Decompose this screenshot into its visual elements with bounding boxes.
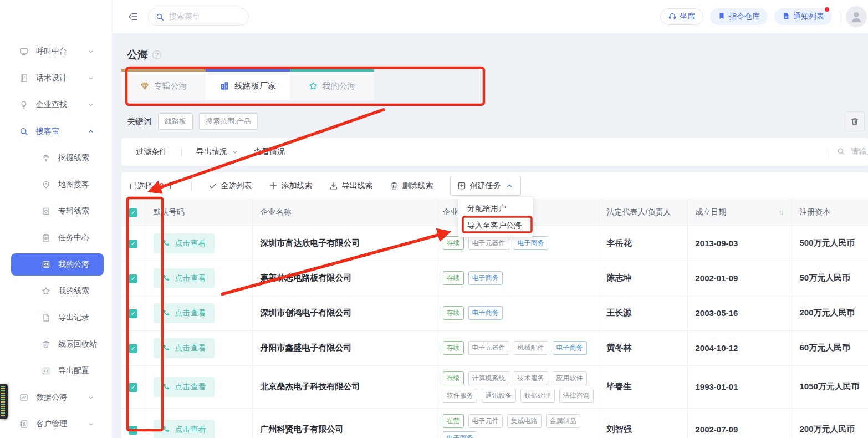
- export-leads-button[interactable]: 导出线索: [329, 181, 373, 191]
- action-label: 创建任务: [470, 181, 501, 191]
- category-tag: 通讯设备: [482, 389, 516, 403]
- menu-search-input[interactable]: 搜索菜单: [148, 8, 249, 26]
- diamond-icon: [140, 82, 149, 90]
- legal-rep-cell: 王长源: [599, 296, 687, 330]
- company-search-input[interactable]: 请输入企: [829, 138, 868, 166]
- chevron-down-icon: [86, 47, 96, 57]
- sidebar-item-album-leads[interactable]: 专辑线索: [0, 198, 112, 225]
- company-name[interactable]: 深圳市创鸿电子有限公司: [261, 308, 352, 317]
- founded-date-cell: 2013-09-03: [687, 226, 792, 261]
- tab-pcb-vendor[interactable]: 线路板厂家: [206, 69, 290, 100]
- view-phone-button[interactable]: 点击查看: [154, 420, 215, 438]
- add-leads-button[interactable]: 添加线索: [269, 181, 313, 191]
- agent-button[interactable]: 坐席: [660, 8, 703, 25]
- row-checkbox[interactable]: [129, 383, 137, 392]
- sidebar-item-recycle-bin[interactable]: 线索回收站: [0, 331, 112, 358]
- company-tags-cell: 存续电子商务: [438, 261, 599, 296]
- tab-my-pool[interactable]: 我的公海: [290, 69, 374, 100]
- category-tag: 电子商务: [468, 271, 503, 285]
- sidebar-item-soukebao[interactable]: 搜客宝: [0, 118, 112, 145]
- tab-album-pool[interactable]: 专辑公海: [121, 69, 206, 100]
- table-row: 点击查看丹阳市鑫盛电子有限公司存续电子元器件机械配件电子商务黄冬林2004-10…: [121, 330, 868, 365]
- sidebar-item-script-design[interactable]: 话术设计: [0, 65, 112, 91]
- row-checkbox[interactable]: [129, 344, 137, 353]
- tab-label: 专辑公海: [154, 81, 187, 91]
- company-name-cell: 北京桑杰电子科技有限公司: [252, 365, 438, 408]
- user-avatar[interactable]: [846, 6, 867, 27]
- sidebar-item-map-search[interactable]: 地图搜客: [0, 171, 112, 198]
- sidebar-item-export-records[interactable]: 导出记录: [0, 304, 112, 331]
- clipboard-icon: [41, 233, 51, 243]
- star-icon: [41, 286, 51, 296]
- sidebar-item-my-leads[interactable]: 我的线索: [0, 278, 112, 304]
- legal-rep-cell: 毕春生: [599, 365, 687, 408]
- filter-view-status[interactable]: 查看情况: [254, 147, 285, 157]
- company-name[interactable]: 嘉善林志电路板有限公司: [261, 273, 352, 282]
- view-phone-button[interactable]: 点击查看: [154, 303, 215, 323]
- row-checkbox[interactable]: [129, 240, 137, 248]
- phone-cell: 点击查看: [145, 330, 252, 365]
- legal-rep-cell: 陈志坤: [599, 261, 687, 296]
- table-header-cell: 企业名称: [252, 199, 438, 226]
- company-name[interactable]: 北京桑杰电子科技有限公司: [261, 381, 360, 391]
- collapse-sidebar-icon[interactable]: [128, 12, 138, 22]
- keyword-tag[interactable]: 搜索范围:产品: [199, 113, 258, 130]
- company-name-cell: 深圳市创鸿电子有限公司: [252, 296, 438, 330]
- command-store-button[interactable]: 指令仓库: [710, 8, 768, 25]
- topbar-divider: [839, 11, 839, 23]
- building-icon: [219, 81, 229, 91]
- select-all-button[interactable]: 全选列表: [208, 181, 252, 191]
- company-name[interactable]: 深圳市富达欣电子有限公司: [261, 238, 360, 247]
- create-task-button[interactable]: 创建任务: [450, 176, 521, 196]
- view-phone-button[interactable]: 点击查看: [154, 233, 215, 253]
- menu-item-import-to-customer-pool[interactable]: 导入至客户公海: [458, 217, 533, 234]
- view-phone-button[interactable]: 点击查看: [154, 377, 215, 397]
- keyword-tag[interactable]: 线路板: [158, 113, 193, 130]
- select-all-checkbox[interactable]: [129, 208, 137, 217]
- sidebar-item-label: 地图搜客: [58, 180, 89, 190]
- view-phone-button[interactable]: 点击查看: [154, 268, 215, 288]
- sidebar-item-mine-leads[interactable]: 挖掘线索: [0, 145, 112, 171]
- filter-conditions[interactable]: 过滤条件: [136, 147, 167, 157]
- help-icon[interactable]: [152, 50, 161, 59]
- sidebar-item-task-center[interactable]: 任务中心: [0, 225, 112, 251]
- sidebar-item-data-pool[interactable]: 数据公海: [0, 384, 112, 411]
- headset-icon: [668, 12, 676, 22]
- sidebar-item-export-config[interactable]: 导出配置: [0, 358, 112, 384]
- registered-capital: 50万元人民币: [800, 273, 851, 282]
- founded-date: 1993-01-01: [696, 382, 738, 391]
- category-tag: 电子商务: [514, 236, 548, 250]
- agent-label: 坐席: [680, 12, 695, 22]
- sidebar-nav: 呼叫中台话术设计企业查找搜客宝挖掘线索地图搜客专辑线索任务中心我的公海我的线索导…: [0, 38, 112, 437]
- sidebar-item-my-pool[interactable]: 我的公海: [11, 253, 104, 276]
- legal-rep: 黄冬林: [607, 343, 632, 352]
- delete-leads-button[interactable]: 删除线索: [390, 181, 433, 191]
- row-checkbox[interactable]: [129, 274, 137, 283]
- tag-line: 在营电子元件集成电路金属制品: [443, 414, 594, 428]
- code-icon: [41, 366, 51, 376]
- filter-item-label: 过滤条件: [136, 147, 167, 157]
- sidebar-item-call-center[interactable]: 呼叫中台: [0, 38, 112, 65]
- row-checkbox[interactable]: [129, 309, 137, 318]
- row-checkbox[interactable]: [129, 426, 137, 435]
- audio-meter-widget[interactable]: [0, 384, 8, 419]
- sidebar-item-customer-mgmt[interactable]: 客户管理: [0, 411, 112, 437]
- sidebar-item-company-search[interactable]: 企业查找: [0, 91, 112, 118]
- filter-export-status[interactable]: 导出情况: [196, 147, 239, 157]
- sort-icon[interactable]: ↑↓: [779, 208, 784, 216]
- table-header-cell: 默认号码: [145, 199, 252, 226]
- company-name[interactable]: 广州科贤电子有限公司: [261, 424, 344, 434]
- delete-search-button[interactable]: [845, 111, 865, 131]
- status-badge: 在营: [443, 414, 464, 428]
- notification-list-button[interactable]: 通知列表: [774, 8, 832, 25]
- tag-line: 存续电子商务: [443, 306, 594, 320]
- menu-item-assign-to-user[interactable]: 分配给用户: [458, 200, 533, 217]
- view-phone-button[interactable]: 点击查看: [154, 338, 215, 358]
- trash-icon: [41, 339, 51, 349]
- toolbar-divider: [191, 181, 192, 190]
- column-label: 企业: [443, 207, 458, 216]
- tag-line: 存续电子元器件机械配件电子商务: [443, 341, 594, 355]
- registered-capital-cell: 50万元人民币: [792, 261, 868, 296]
- bulb-icon: [19, 100, 29, 110]
- company-name[interactable]: 丹阳市鑫盛电子有限公司: [261, 343, 352, 352]
